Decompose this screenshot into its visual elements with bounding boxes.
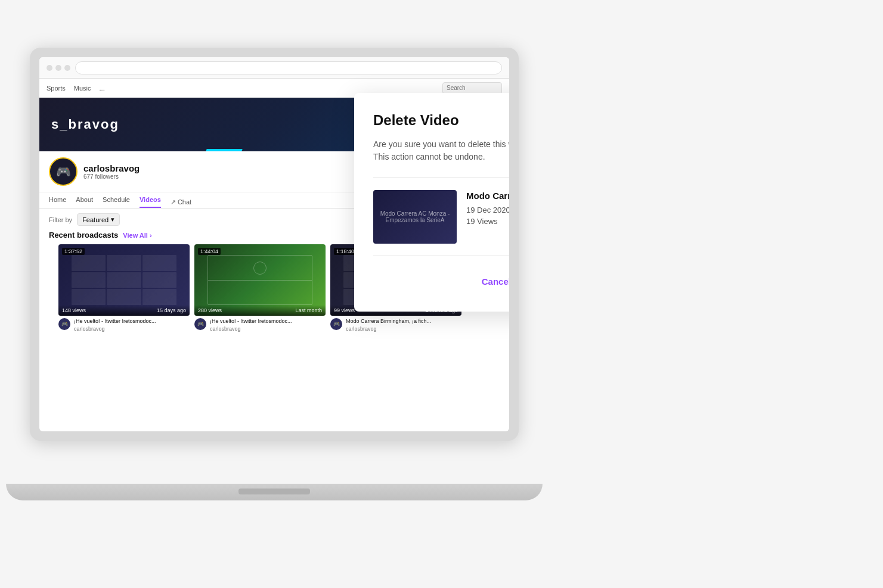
video-title-2: ¡He vuelto! - !twitter !retosmodoc... [210, 318, 326, 325]
nav-videos[interactable]: Videos [140, 196, 161, 208]
browser-nav [39, 57, 509, 79]
preview-thumb-inner: Modo Carrera AC Monza - Empezamos la Ser… [373, 190, 457, 244]
video-text-2: ¡He vuelto! - !twitter !retosmodoc... ca… [210, 318, 326, 332]
video-avatar-3: 🎮 [330, 318, 342, 330]
preview-date: 19 Dec 2020 · 9:38 [466, 206, 509, 214]
browser-close-dot [47, 65, 52, 71]
nav-about[interactable]: About [76, 196, 93, 208]
video-text-1: ¡He vuelto! - !twitter !retosmodoc... ca… [74, 318, 190, 332]
video-views-2: 280 views [198, 307, 222, 313]
chevron-down-icon: ▾ [111, 216, 114, 223]
search-input[interactable] [442, 82, 502, 94]
video-stats-1: 148 views 15 days ago [58, 305, 190, 316]
filter-value: Featured [82, 216, 109, 223]
channel-meta: carlosbravog 677 followers [83, 163, 140, 180]
channel-name: carlosbravog [83, 163, 140, 173]
dialog-video-preview: Modo Carrera AC Monza - Empezamos la Ser… [373, 190, 509, 244]
laptop-screen: Sports Music ... s_bravog 🎮 [30, 48, 519, 441]
video-duration-1: 1:37:52 [62, 248, 85, 255]
avatar-icon: 🎮 [56, 164, 71, 179]
nav-home[interactable]: Home [49, 196, 66, 208]
video-channel-2: carlosbravog [210, 326, 326, 332]
browser-address-bar[interactable] [75, 61, 502, 74]
thumb-grid-1 [72, 255, 176, 305]
video-time-1: 15 days ago [157, 307, 186, 313]
channel-followers: 677 followers [83, 173, 140, 180]
video-text-3: Modo Carrera Birmingham, ¡a fich... carl… [346, 318, 461, 332]
laptop-base [6, 484, 543, 500]
video-card-1[interactable]: 1:37:52 148 views 15 days ago 🎮 [58, 244, 190, 332]
dialog-title: Delete Video [373, 112, 509, 129]
video-channel-3: carlosbravog [346, 326, 461, 332]
avatar: 🎮 [49, 157, 78, 186]
video-info-2: 🎮 ¡He vuelto! - !twitter !retosmodoc... … [194, 318, 326, 332]
browser-min-dot [55, 65, 61, 71]
video-channel-1: carlosbravog [74, 326, 190, 332]
video-time-2: Last month [295, 307, 322, 313]
preview-title: Modo Carrera AC Monza ... [466, 190, 509, 202]
dialog-message: Are you sure you want to delete this vid… [373, 138, 509, 163]
nav-music[interactable]: Music [74, 85, 91, 92]
nav-sports[interactable]: Sports [47, 85, 66, 92]
cancel-button[interactable]: Cancel [472, 272, 509, 291]
banner-accent [206, 149, 242, 151]
video-info-1: 🎮 ¡He vuelto! - !twitter !retosmodoc... … [58, 318, 190, 332]
dialog-divider-bottom [373, 256, 509, 256]
video-avatar-2: 🎮 [194, 318, 206, 330]
video-title-3: Modo Carrera Birmingham, ¡a fich... [346, 318, 461, 325]
video-thumb-1: 1:37:52 148 views 15 days ago [58, 244, 190, 316]
video-views-1: 148 views [62, 307, 86, 313]
video-card-2[interactable]: 1:44:04 280 views Last month 🎮 [194, 244, 326, 332]
section-label: Recent broadcasts [49, 231, 118, 239]
nav-more[interactable]: ... [100, 85, 105, 92]
video-duration-3: 1:18:40 [334, 248, 357, 255]
dialog-message-line2: This action cannot be undone. [373, 152, 485, 161]
browser-controls [47, 65, 70, 71]
preview-info: Modo Carrera AC Monza ... 19 Dec 2020 · … [466, 190, 509, 226]
browser-window: Sports Music ... s_bravog 🎮 [39, 57, 509, 431]
preview-views: 19 Views [466, 217, 509, 226]
video-avatar-1: 🎮 [58, 318, 70, 330]
scene: Sports Music ... s_bravog 🎮 [0, 0, 883, 588]
filter-dropdown[interactable]: Featured ▾ [77, 213, 120, 226]
dialog-divider-top [373, 178, 509, 178]
dialog-message-line1: Are you sure you want to delete this vid… [373, 139, 509, 149]
video-duration-2: 1:44:04 [198, 248, 221, 255]
video-views-3: 99 views [334, 307, 355, 313]
laptop: Sports Music ... s_bravog 🎮 [30, 48, 543, 500]
video-info-3: 🎮 Modo Carrera Birmingham, ¡a fich... ca… [330, 318, 461, 332]
filter-label: Filter by [49, 216, 72, 223]
browser-max-dot [64, 65, 70, 71]
video-thumb-2: 1:44:04 280 views Last month [194, 244, 326, 316]
preview-thumb-label: Modo Carrera AC Monza - Empezamos la Ser… [376, 210, 454, 223]
banner-text: s_bravog [51, 117, 119, 132]
nav-chat[interactable]: ↗ Chat [171, 196, 191, 208]
dialog-actions: Cancel Delete [373, 270, 509, 293]
preview-thumbnail: Modo Carrera AC Monza - Empezamos la Ser… [373, 190, 457, 244]
video-title-1: ¡He vuelto! - !twitter !retosmodoc... [74, 318, 190, 325]
view-all-link[interactable]: View All › [123, 232, 151, 239]
delete-dialog: Delete Video Are you sure you want to de… [354, 93, 509, 312]
video-stats-2: 280 views Last month [194, 305, 326, 316]
nav-schedule[interactable]: Schedule [103, 196, 130, 208]
football-field [207, 255, 312, 305]
